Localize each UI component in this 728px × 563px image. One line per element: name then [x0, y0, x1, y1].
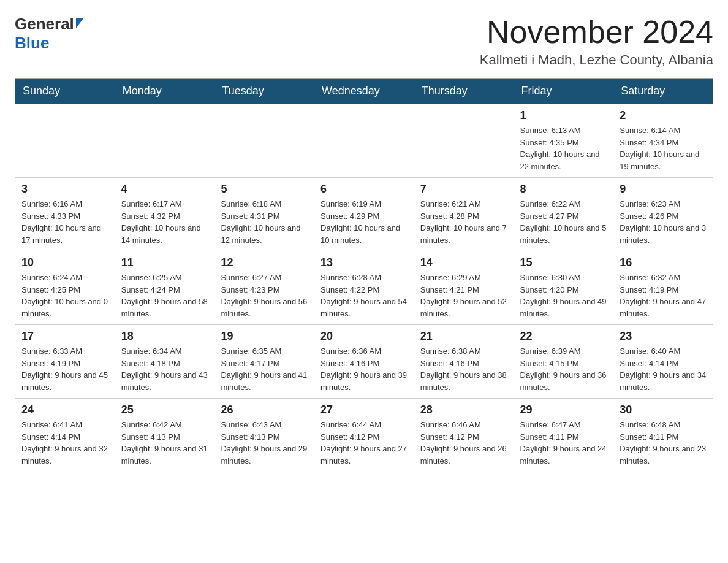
- header-sunday: Sunday: [15, 79, 115, 104]
- calendar-cell: 22Sunrise: 6:39 AM Sunset: 4:15 PM Dayli…: [514, 325, 613, 399]
- day-info: Sunrise: 6:36 AM Sunset: 4:16 PM Dayligh…: [320, 345, 408, 393]
- day-info: Sunrise: 6:17 AM Sunset: 4:32 PM Dayligh…: [121, 198, 208, 246]
- day-number: 20: [320, 330, 408, 343]
- day-info: Sunrise: 6:23 AM Sunset: 4:26 PM Dayligh…: [620, 198, 707, 246]
- day-number: 17: [21, 330, 108, 343]
- day-number: 16: [620, 256, 707, 269]
- header-friday: Friday: [514, 79, 613, 104]
- calendar-week-row: 24Sunrise: 6:41 AM Sunset: 4:14 PM Dayli…: [15, 399, 713, 472]
- calendar-cell: 25Sunrise: 6:42 AM Sunset: 4:13 PM Dayli…: [115, 399, 214, 472]
- day-number: 13: [320, 256, 408, 269]
- day-info: Sunrise: 6:32 AM Sunset: 4:19 PM Dayligh…: [620, 272, 707, 320]
- day-number: 25: [121, 404, 208, 416]
- day-info: Sunrise: 6:47 AM Sunset: 4:11 PM Dayligh…: [520, 419, 607, 467]
- calendar-cell: 18Sunrise: 6:34 AM Sunset: 4:18 PM Dayli…: [115, 325, 214, 399]
- day-number: 3: [21, 183, 108, 196]
- header-saturday: Saturday: [613, 79, 713, 104]
- calendar-cell: 5Sunrise: 6:18 AM Sunset: 4:31 PM Daylig…: [214, 178, 314, 251]
- calendar-cell: 26Sunrise: 6:43 AM Sunset: 4:13 PM Dayli…: [214, 399, 314, 472]
- day-number: 2: [620, 109, 707, 122]
- day-number: 10: [21, 256, 108, 269]
- day-info: Sunrise: 6:39 AM Sunset: 4:15 PM Dayligh…: [520, 345, 607, 393]
- calendar-cell: 2Sunrise: 6:14 AM Sunset: 4:34 PM Daylig…: [613, 104, 713, 178]
- day-info: Sunrise: 6:41 AM Sunset: 4:14 PM Dayligh…: [21, 419, 108, 467]
- day-info: Sunrise: 6:40 AM Sunset: 4:14 PM Dayligh…: [620, 345, 707, 393]
- day-number: 30: [620, 404, 707, 416]
- day-number: 29: [520, 404, 607, 416]
- calendar-cell: 15Sunrise: 6:30 AM Sunset: 4:20 PM Dayli…: [514, 251, 613, 325]
- day-info: Sunrise: 6:34 AM Sunset: 4:18 PM Dayligh…: [121, 345, 208, 393]
- month-title: November 2024: [480, 15, 713, 50]
- calendar-cell: 14Sunrise: 6:29 AM Sunset: 4:21 PM Dayli…: [414, 251, 514, 325]
- day-info: Sunrise: 6:38 AM Sunset: 4:16 PM Dayligh…: [420, 345, 507, 393]
- calendar-cell: 4Sunrise: 6:17 AM Sunset: 4:32 PM Daylig…: [115, 178, 214, 251]
- calendar-cell: 19Sunrise: 6:35 AM Sunset: 4:17 PM Dayli…: [214, 325, 314, 399]
- day-number: 1: [520, 109, 607, 122]
- calendar-cell: 10Sunrise: 6:24 AM Sunset: 4:25 PM Dayli…: [15, 251, 115, 325]
- calendar-week-row: 1Sunrise: 6:13 AM Sunset: 4:35 PM Daylig…: [15, 104, 713, 178]
- day-number: 27: [320, 404, 408, 416]
- logo: General Blue: [15, 15, 83, 53]
- calendar-cell: 12Sunrise: 6:27 AM Sunset: 4:23 PM Dayli…: [214, 251, 314, 325]
- calendar-cell: 11Sunrise: 6:25 AM Sunset: 4:24 PM Dayli…: [115, 251, 214, 325]
- calendar-cell: 1Sunrise: 6:13 AM Sunset: 4:35 PM Daylig…: [514, 104, 613, 178]
- calendar-cell: 16Sunrise: 6:32 AM Sunset: 4:19 PM Dayli…: [613, 251, 713, 325]
- day-info: Sunrise: 6:48 AM Sunset: 4:11 PM Dayligh…: [620, 419, 707, 467]
- day-number: 19: [221, 330, 308, 343]
- day-info: Sunrise: 6:27 AM Sunset: 4:23 PM Dayligh…: [221, 272, 308, 320]
- logo-general: General: [15, 15, 83, 34]
- day-info: Sunrise: 6:24 AM Sunset: 4:25 PM Dayligh…: [21, 272, 108, 320]
- calendar-cell: 27Sunrise: 6:44 AM Sunset: 4:12 PM Dayli…: [314, 399, 414, 472]
- calendar-cell: [314, 104, 414, 178]
- day-info: Sunrise: 6:28 AM Sunset: 4:22 PM Dayligh…: [320, 272, 408, 320]
- calendar-cell: [115, 104, 214, 178]
- calendar-cell: [214, 104, 314, 178]
- calendar-table: SundayMondayTuesdayWednesdayThursdayFrid…: [15, 78, 713, 472]
- title-section: November 2024 Kallmeti i Madh, Lezhe Cou…: [480, 15, 713, 68]
- calendar-cell: [414, 104, 514, 178]
- header-thursday: Thursday: [414, 79, 514, 104]
- day-number: 28: [420, 404, 507, 416]
- calendar-header-row: SundayMondayTuesdayWednesdayThursdayFrid…: [15, 79, 713, 104]
- page-header: General Blue November 2024 Kallmeti i Ma…: [15, 15, 713, 68]
- calendar-cell: 23Sunrise: 6:40 AM Sunset: 4:14 PM Dayli…: [613, 325, 713, 399]
- calendar-cell: 21Sunrise: 6:38 AM Sunset: 4:16 PM Dayli…: [414, 325, 514, 399]
- day-info: Sunrise: 6:14 AM Sunset: 4:34 PM Dayligh…: [620, 124, 707, 172]
- calendar-cell: 30Sunrise: 6:48 AM Sunset: 4:11 PM Dayli…: [613, 399, 713, 472]
- calendar-week-row: 10Sunrise: 6:24 AM Sunset: 4:25 PM Dayli…: [15, 251, 713, 325]
- day-info: Sunrise: 6:33 AM Sunset: 4:19 PM Dayligh…: [21, 345, 108, 393]
- day-info: Sunrise: 6:16 AM Sunset: 4:33 PM Dayligh…: [21, 198, 108, 246]
- calendar-cell: 20Sunrise: 6:36 AM Sunset: 4:16 PM Dayli…: [314, 325, 414, 399]
- calendar-cell: 24Sunrise: 6:41 AM Sunset: 4:14 PM Dayli…: [15, 399, 115, 472]
- calendar-cell: 7Sunrise: 6:21 AM Sunset: 4:28 PM Daylig…: [414, 178, 514, 251]
- day-number: 22: [520, 330, 607, 343]
- day-number: 11: [121, 256, 208, 269]
- day-number: 6: [320, 183, 408, 196]
- header-monday: Monday: [115, 79, 214, 104]
- calendar-cell: 28Sunrise: 6:46 AM Sunset: 4:12 PM Dayli…: [414, 399, 514, 472]
- day-number: 4: [121, 183, 208, 196]
- day-info: Sunrise: 6:46 AM Sunset: 4:12 PM Dayligh…: [420, 419, 507, 467]
- day-number: 5: [221, 183, 308, 196]
- logo-blue: Blue: [15, 34, 49, 53]
- day-number: 7: [420, 183, 507, 196]
- day-info: Sunrise: 6:35 AM Sunset: 4:17 PM Dayligh…: [221, 345, 308, 393]
- day-number: 18: [121, 330, 208, 343]
- day-number: 26: [221, 404, 308, 416]
- day-info: Sunrise: 6:13 AM Sunset: 4:35 PM Dayligh…: [520, 124, 607, 172]
- calendar-cell: 29Sunrise: 6:47 AM Sunset: 4:11 PM Dayli…: [514, 399, 613, 472]
- day-number: 14: [420, 256, 507, 269]
- header-tuesday: Tuesday: [214, 79, 314, 104]
- logo-general-text: General: [15, 15, 74, 34]
- day-info: Sunrise: 6:44 AM Sunset: 4:12 PM Dayligh…: [320, 419, 408, 467]
- logo-triangle-icon: [76, 18, 83, 28]
- day-info: Sunrise: 6:19 AM Sunset: 4:29 PM Dayligh…: [320, 198, 408, 246]
- calendar-week-row: 17Sunrise: 6:33 AM Sunset: 4:19 PM Dayli…: [15, 325, 713, 399]
- calendar-cell: 13Sunrise: 6:28 AM Sunset: 4:22 PM Dayli…: [314, 251, 414, 325]
- day-number: 24: [21, 404, 108, 416]
- calendar-cell: 8Sunrise: 6:22 AM Sunset: 4:27 PM Daylig…: [514, 178, 613, 251]
- day-info: Sunrise: 6:30 AM Sunset: 4:20 PM Dayligh…: [520, 272, 607, 320]
- day-number: 21: [420, 330, 507, 343]
- day-info: Sunrise: 6:43 AM Sunset: 4:13 PM Dayligh…: [221, 419, 308, 467]
- day-info: Sunrise: 6:25 AM Sunset: 4:24 PM Dayligh…: [121, 272, 208, 320]
